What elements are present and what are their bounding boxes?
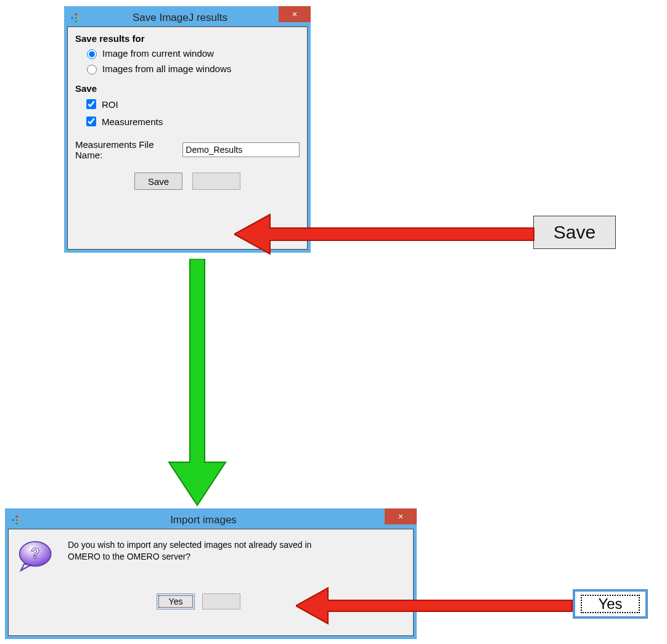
app-icon — [10, 514, 23, 526]
check-measurements[interactable]: Measurements — [84, 115, 300, 128]
question-icon: ? — [18, 540, 54, 571]
callout-yes-button: Yes — [573, 589, 648, 619]
svg-point-8 — [19, 519, 22, 521]
red-arrow-save — [234, 210, 536, 259]
red-arrow-yes — [296, 584, 573, 627]
svg-text:?: ? — [31, 545, 39, 561]
check-roi-input[interactable] — [86, 99, 96, 109]
close-button[interactable]: × — [385, 508, 417, 524]
svg-point-7 — [15, 523, 18, 525]
svg-marker-14 — [296, 588, 572, 624]
radio-all-windows-label: Images from all image windows — [102, 63, 231, 74]
window-title: Save ImageJ results — [52, 12, 308, 24]
filename-input[interactable] — [182, 142, 300, 157]
radio-current-window[interactable]: Image from current window — [84, 47, 300, 59]
secondary-button[interactable] — [202, 593, 240, 609]
app-icon — [70, 12, 82, 24]
svg-point-3 — [78, 17, 81, 19]
radio-current-window-input[interactable] — [87, 49, 97, 59]
callout-yes-label: Yes — [581, 595, 640, 613]
titlebar: Import images × — [8, 512, 414, 529]
button-row: Save — [75, 173, 300, 190]
check-measurements-input[interactable] — [86, 116, 96, 126]
check-roi-label: ROI — [102, 99, 118, 110]
filename-row: Measurements File Name: — [75, 139, 300, 160]
filename-label: Measurements File Name: — [75, 139, 178, 160]
callout-save-label: Save — [554, 222, 595, 243]
green-arrow-down — [166, 259, 228, 507]
save-heading: Save — [75, 83, 300, 94]
close-icon: × — [292, 9, 297, 19]
titlebar: Save ImageJ results × — [67, 9, 308, 26]
close-icon: × — [398, 512, 403, 521]
check-roi[interactable]: ROI — [84, 97, 300, 111]
svg-marker-13 — [169, 259, 226, 505]
secondary-button[interactable] — [192, 173, 240, 190]
close-button[interactable]: × — [279, 6, 311, 22]
svg-point-2 — [75, 20, 77, 23]
save-button[interactable]: Save — [134, 173, 182, 190]
yes-button[interactable]: Yes — [157, 593, 195, 609]
svg-point-0 — [75, 13, 77, 15]
callout-save-button: Save — [533, 216, 616, 249]
radio-current-window-label: Image from current window — [102, 48, 214, 59]
svg-point-6 — [12, 519, 14, 521]
svg-point-1 — [71, 17, 73, 19]
dialog-message: Do you wish to import any selected image… — [68, 539, 333, 571]
radio-all-windows-input[interactable] — [87, 65, 97, 75]
check-measurements-label: Measurements — [102, 116, 163, 127]
svg-point-5 — [15, 515, 18, 518]
window-title: Import images — [0, 514, 414, 526]
svg-point-4 — [75, 17, 76, 18]
save-results-for-heading: Save results for — [75, 33, 300, 44]
svg-marker-12 — [234, 214, 534, 254]
svg-point-9 — [16, 520, 17, 521]
radio-all-windows[interactable]: Images from all image windows — [84, 63, 300, 75]
